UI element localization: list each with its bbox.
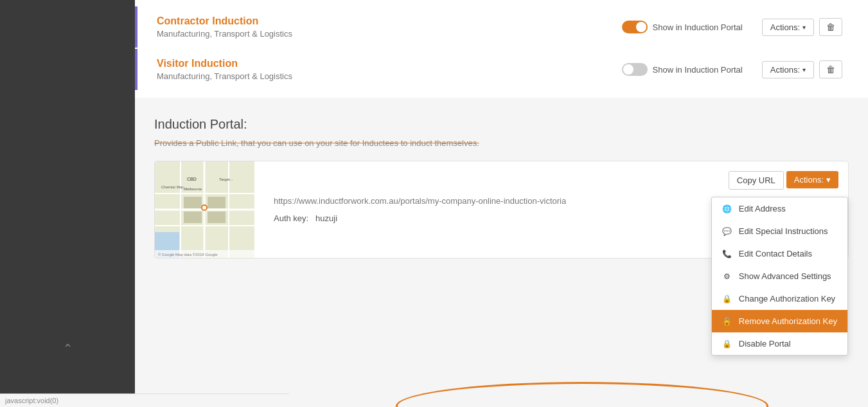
portal-dropdown-menu: 🌐 Edit Address 💬 Edit Special Instructio… [711,197,848,356]
scroll-up-icon[interactable]: ⌃ [63,341,73,356]
svg-text:Chemist War...: Chemist War... [161,185,186,189]
auth-key-value: huzuji [315,213,337,223]
dropdown-item-disable-portal[interactable]: 🔒 Disable Portal [712,332,847,355]
visitor-toggle-area: Show in Induction Portal [622,63,743,76]
visitor-actions-caret: ▾ [802,66,806,73]
contractor-actions-label: Actions: [770,23,800,32]
orange-oval-annotation [396,382,768,407]
phone-icon: 📞 [722,249,732,258]
status-bar: javascript:void(0) [0,393,289,407]
dropdown-item-change-auth-key[interactable]: 🔒 Change Authorization Key [712,287,847,310]
visitor-actions-button[interactable]: Actions: ▾ [762,61,814,78]
svg-rect-9 [184,212,202,223]
disable-lock-icon: 🔒 [722,339,732,348]
dropdown-label-edit-address: Edit Address [739,204,786,213]
contractor-actions-button[interactable]: Actions: ▾ [762,19,814,36]
visitor-toggle-knob [623,64,633,75]
svg-rect-8 [208,197,226,208]
dropdown-label-disable-portal: Disable Portal [739,339,791,348]
contractor-toggle-area: Show in Induction Portal [622,21,743,33]
contractor-toggle-knob [636,22,646,32]
portal-section: Induction Portal: Provides a Public Link… [135,98,868,271]
contractor-induction-subtitle: Manufacturing, Transport & Logistics [157,29,622,39]
svg-text:© Google  Map data ©2018 Googl: © Google Map data ©2018 Google [158,253,218,257]
visitor-induction-title: Visitor Induction [157,58,622,69]
portal-details: https://www.inductforwork.com.au/portals… [254,161,719,258]
main-content: Contractor Induction Manufacturing, Tran… [135,0,868,407]
portal-auth: Auth key: huzuji [274,213,700,223]
contractor-induction-title: Contractor Induction [157,15,622,27]
dropdown-item-edit-address[interactable]: 🌐 Edit Address [712,197,847,220]
sidebar: ⌃ [0,0,135,407]
contractor-delete-button[interactable]: 🗑 [819,18,842,36]
induction-list: Contractor Induction Manufacturing, Tran… [135,0,868,98]
portal-actions-label: Actions: [794,175,824,185]
dropdown-label-show-advanced-settings: Show Advanced Settings [739,271,831,281]
visitor-delete-button[interactable]: 🗑 [819,60,842,78]
portal-map: Chemist War... Melbourne CBD Target... ©… [155,161,254,258]
induction-item-contractor: Contractor Induction Manufacturing, Tran… [135,6,855,48]
contractor-toggle[interactable] [622,21,648,33]
svg-text:Melbourne: Melbourne [184,187,202,191]
visitor-actions: Actions: ▾ 🗑 [762,60,842,78]
copy-url-button[interactable]: Copy URL [729,171,784,190]
dropdown-item-remove-auth-key[interactable]: 🔓 Remove Authorization Key [712,310,847,332]
induction-info-contractor: Contractor Induction Manufacturing, Tran… [157,15,622,39]
portal-url: https://www.inductforwork.com.au/portals… [274,196,700,206]
unlock-icon: 🔓 [722,317,732,326]
dropdown-item-show-advanced-settings[interactable]: ⚙ Show Advanced Settings [712,265,847,287]
visitor-toggle[interactable] [622,63,648,76]
portal-description: Provides a Public Link, that you can use… [154,138,849,148]
portal-card: Chemist War... Melbourne CBD Target... ©… [154,161,849,258]
portal-card-actions: Copy URL Actions: ▾ 🌐 Edit Address 💬 Edi… [719,161,848,258]
visitor-toggle-label: Show in Induction Portal [653,65,743,75]
visitor-induction-subtitle: Manufacturing, Transport & Logistics [157,71,622,81]
portal-actions-button[interactable]: Actions: ▾ [786,171,838,188]
dropdown-label-remove-auth-key: Remove Authorization Key [739,316,837,326]
dropdown-label-edit-contact-details: Edit Contact Details [739,249,812,258]
portal-title: Induction Portal: [154,117,849,132]
gear-icon: ⚙ [722,272,732,281]
lock-icon: 🔒 [722,294,732,303]
svg-text:CBD: CBD [187,177,197,181]
map-image: Chemist War... Melbourne CBD Target... ©… [155,161,254,258]
dropdown-item-edit-special-instructions[interactable]: 💬 Edit Special Instructions [712,220,847,242]
svg-rect-10 [208,212,226,223]
visitor-actions-label: Actions: [770,65,800,75]
svg-point-17 [202,206,206,210]
dropdown-label-change-auth-key: Change Authorization Key [739,294,835,303]
dropdown-label-edit-special-instructions: Edit Special Instructions [739,226,828,236]
contractor-actions: Actions: ▾ 🗑 [762,18,842,36]
svg-text:Target...: Target... [219,177,233,181]
globe-icon: 🌐 [722,204,732,213]
induction-info-visitor: Visitor Induction Manufacturing, Transpo… [157,58,622,81]
contractor-toggle-label: Show in Induction Portal [653,23,743,32]
svg-rect-7 [184,197,202,208]
contractor-actions-caret: ▾ [802,24,806,31]
portal-actions-caret: ▾ [826,175,831,185]
induction-item-visitor: Visitor Induction Manufacturing, Transpo… [135,49,855,90]
status-bar-text: javascript:void(0) [5,397,58,404]
dropdown-item-edit-contact-details[interactable]: 📞 Edit Contact Details [712,242,847,265]
auth-key-label: Auth key: [274,213,308,223]
comment-icon: 💬 [722,227,732,236]
